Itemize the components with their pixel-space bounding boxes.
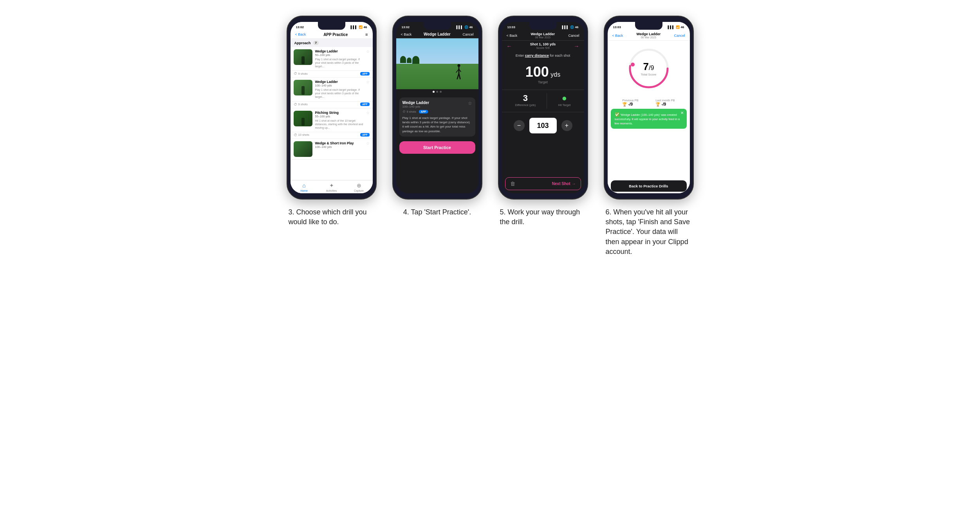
drill-name-1: Wedge Ladder <box>315 49 363 53</box>
drill-desc-3: Hit 1 shot at each of the 10 target dist… <box>315 119 363 130</box>
tab-capture-label: Capture <box>354 189 364 192</box>
battery-icon: 46 <box>364 25 367 29</box>
notch5 <box>529 22 557 30</box>
score-circle: 7/9 Total Score <box>627 47 670 90</box>
score-total-label: Total Score <box>641 73 656 76</box>
drill-detail-desc: Play 1 shot at each target yardage. If y… <box>402 116 472 133</box>
next-shot-arrow-btn[interactable]: → <box>574 43 579 49</box>
app-badge-2: APP <box>360 103 369 106</box>
target-yds: 100 <box>525 64 549 80</box>
input-value[interactable]: 103 <box>529 118 557 133</box>
carry-label: Enter carry distance for each shot <box>502 51 584 60</box>
target-sublabel: Target <box>506 80 580 84</box>
carry-bold: carry distance <box>525 54 549 58</box>
star-icon-3[interactable]: ☆ <box>366 111 370 115</box>
phone6-content: 7/9 Total Score Previous PB 🏆 -/9 <box>608 41 690 193</box>
svg-line-5 <box>459 74 460 79</box>
status-icons6: ▌▌▌ 📶 46 <box>668 25 684 29</box>
app-badge-3: APP <box>360 133 369 137</box>
notch3 <box>318 22 345 30</box>
drill-item-3[interactable]: Pitching String 55–100 yds Hit 1 shot at… <box>291 108 373 132</box>
signal5: ▌▌▌ <box>562 25 569 29</box>
back-btn6[interactable]: < Back <box>612 34 623 38</box>
app-badge-1: APP <box>360 72 369 76</box>
battery6: 46 <box>681 25 684 29</box>
drill-thumb-golf-1 <box>294 49 312 65</box>
battery5: 46 <box>575 25 579 29</box>
shot-info: Shot 1, 100 yds Score 5/9 <box>530 42 556 50</box>
drill-thumb-golf-3 <box>294 111 312 126</box>
increment-btn[interactable]: + <box>561 120 572 131</box>
drill-range-2: 100–140 yds <box>315 84 363 87</box>
drill-name-3: Pitching String <box>315 111 363 115</box>
drill-name-2: Wedge Ladder <box>315 80 363 84</box>
phone5: 13:03 ▌▌▌ 🌐 46 < Back Wedge Ladder 06 Ma… <box>498 16 588 200</box>
drill-detail-header: Wedge Ladder 100–140 yds ☆ <box>402 101 472 108</box>
nav3: < Back APP Practice ≡ <box>291 31 373 39</box>
clock-icon-3: ⏱ <box>294 133 297 137</box>
trash-icon[interactable]: 🗑 <box>510 181 515 187</box>
nav-title4: Wedge Ladder <box>424 32 451 36</box>
drill-detail-name: Wedge Ladder <box>402 101 430 105</box>
shots-label-3: 10 shots <box>298 133 309 137</box>
star-icon-2[interactable]: ☆ <box>366 80 370 84</box>
bottom-tab-bar3: ⌂ Home ✦ Activities ⊕ Capture <box>291 180 373 193</box>
drill-thumb-1 <box>294 49 312 65</box>
back-btn5[interactable]: < Back <box>507 34 518 38</box>
back-btn3[interactable]: < Back <box>295 32 306 36</box>
star-icon-detail[interactable]: ☆ <box>468 101 472 106</box>
cancel-btn4[interactable]: Cancel <box>462 32 473 36</box>
menu-icon3[interactable]: ≡ <box>365 32 368 37</box>
success-toast: ✅ 'Wedge Ladder (100–140 yds)' was creat… <box>611 109 687 129</box>
next-shot-arrow: → <box>572 182 576 186</box>
phone3-container: 13:02 ▌▌▌ 📶 46 < Back APP Practice ≡ App… <box>285 16 379 227</box>
tab-home[interactable]: ⌂ Home <box>291 182 318 192</box>
drill-range-1: 50–100 yds <box>315 53 363 57</box>
time6: 13:03 <box>613 25 621 29</box>
drill-item-1[interactable]: Wedge Ladder 50–100 yds Play 1 shot at e… <box>291 47 373 71</box>
drill-item-4[interactable]: Wedge & Short Iron Play 100–140 yds ☆ <box>291 139 373 160</box>
tab-activities[interactable]: ✦ Activities <box>318 182 345 192</box>
drill-item-2[interactable]: Wedge Ladder 100–140 yds Play 1 shot at … <box>291 77 373 101</box>
phone6: 13:03 ▌▌▌ 📶 46 < Back Wedge Ladder 06 Ma… <box>604 16 694 200</box>
time5: 13:03 <box>507 25 515 29</box>
cancel-btn5[interactable]: Cancel <box>568 34 579 38</box>
wifi4: 🌐 <box>464 25 468 29</box>
input-row: − 103 + <box>502 114 584 137</box>
score-circle-area: 7/9 Total Score <box>608 41 690 96</box>
spacer6 <box>608 131 690 179</box>
caption-5: 5. Work your way through the drill. <box>500 207 586 227</box>
drill-desc-2: Play 1 shot at each target yardage. If y… <box>315 88 363 99</box>
star-icon-1[interactable]: ☆ <box>366 49 370 54</box>
score-denom: /9 <box>649 65 654 71</box>
last-month-pb-value: -/9 <box>661 102 666 106</box>
back-practice-btn[interactable]: Back to Practice Drills <box>611 180 687 192</box>
nav-title5-l1: Wedge Ladder <box>531 32 555 36</box>
drill-info-4: Wedge & Short Iron Play 100–140 yds <box>315 141 363 149</box>
prev-shot-btn[interactable]: ← <box>507 43 512 49</box>
back-btn4[interactable]: < Back <box>401 32 412 36</box>
star-icon-4[interactable]: ☆ <box>366 141 370 146</box>
tab-capture[interactable]: ⊕ Capture <box>345 182 373 192</box>
nav-title3: APP Practice <box>323 32 348 37</box>
next-shot-bar[interactable]: 🗑 Next Shot → <box>505 177 581 190</box>
prev-pb-val: 🏆 -/9 <box>622 102 638 106</box>
tab-activities-label: Activities <box>326 189 337 192</box>
cancel-btn6[interactable]: Cancel <box>674 34 685 38</box>
decrement-btn[interactable]: − <box>514 120 525 131</box>
status-icons5: ▌▌▌ 🌐 46 <box>562 25 579 29</box>
shot-score-label: Score 5/9 <box>530 46 556 50</box>
shots-label-2: 9 shots <box>298 103 308 106</box>
phone4-content: Wedge Ladder 100–140 yds ☆ ⏱ 9 shots APP… <box>396 38 478 193</box>
drill-thumb-3 <box>294 111 312 126</box>
drill-thumb-4 <box>294 141 312 157</box>
drill-thumb-golf-2 <box>294 80 312 95</box>
drill-detail-namerange: Wedge Ladder 100–140 yds <box>402 101 430 108</box>
dots-indicator <box>396 89 478 94</box>
nav-title5-block: Wedge Ladder 06 Mar 2023 <box>531 32 555 39</box>
next-shot-btn[interactable]: Next Shot → <box>552 182 576 186</box>
start-practice-btn[interactable]: Start Practice <box>399 141 475 154</box>
hit-target-icon: ● <box>558 93 570 103</box>
toast-close-btn[interactable]: ✕ <box>680 110 684 116</box>
shots-info-2: ⏱ 9 shots <box>294 103 308 106</box>
